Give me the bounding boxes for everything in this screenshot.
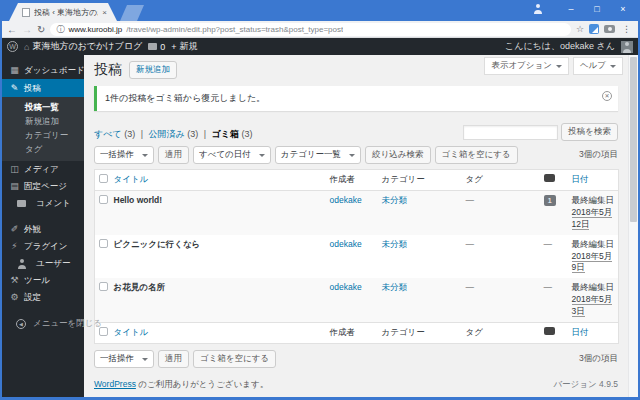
- bookmark-star-icon[interactable]: ☆: [576, 24, 584, 34]
- notice-text: 1件の投稿をゴミ箱から復元しました。: [105, 93, 265, 103]
- column-tags: タグ: [462, 170, 540, 191]
- search-posts-button[interactable]: 投稿を検索: [561, 123, 618, 141]
- wordpress-logo-icon[interactable]: W: [7, 41, 18, 52]
- column-category: カテゴリー: [378, 323, 462, 344]
- column-date[interactable]: 日付: [572, 327, 589, 337]
- post-title: ピクニックに行くなら: [114, 239, 201, 249]
- author-link[interactable]: odekake: [330, 282, 362, 292]
- comment-count-bubble[interactable]: 1: [544, 195, 556, 206]
- author-link[interactable]: odekake: [330, 239, 362, 249]
- comments-bubble-icon: [17, 200, 26, 207]
- filter-all-count: (3): [124, 129, 135, 139]
- maximize-button[interactable]: □: [584, 0, 610, 18]
- column-title[interactable]: タイトル: [114, 327, 149, 337]
- sidebar-label: メニューを閉じる: [33, 315, 102, 332]
- submenu-all-posts[interactable]: 投稿一覧: [2, 100, 84, 114]
- sidebar-item-comments[interactable]: コメント: [2, 195, 84, 212]
- forward-icon[interactable]: →: [22, 22, 32, 37]
- info-icon[interactable]: ⓘ: [56, 24, 64, 35]
- bulk-actions-select[interactable]: 一括操作: [94, 146, 154, 164]
- sidebar-label: 固定ページ: [24, 178, 67, 195]
- sidebar-item-dashboard[interactable]: ▦ ダッシュボード: [2, 62, 84, 79]
- column-title[interactable]: タイトル: [114, 174, 149, 184]
- submenu-categories[interactable]: カテゴリー: [2, 128, 84, 142]
- filter-button[interactable]: 絞り込み検索: [365, 146, 430, 164]
- browser-toolbar: ← → ↻ ⓘ www.kuroobi.jp /travel/wp-admin/…: [2, 21, 638, 38]
- sidebar-item-plugins[interactable]: ⚡ プラグイン: [2, 238, 84, 255]
- dismiss-notice-icon[interactable]: ✕: [602, 91, 612, 101]
- bulk-actions-select[interactable]: 一括操作: [94, 350, 154, 368]
- sidebar-item-media[interactable]: ◫ メディア: [2, 161, 84, 178]
- help-button[interactable]: ヘルプ: [573, 57, 623, 75]
- collapse-arrow-icon: ◀: [16, 319, 26, 329]
- adminbar-comments-link[interactable]: 0: [148, 42, 165, 52]
- tab-close-icon[interactable]: ×: [102, 8, 107, 17]
- table-header-row: タイトル 作成者 カテゴリー タグ 日付: [95, 170, 619, 191]
- sidebar-item-tools[interactable]: ⚒ ツール: [2, 272, 84, 289]
- apply-button[interactable]: 適用: [158, 350, 189, 368]
- browser-menu-icon[interactable]: ⋮: [620, 24, 633, 34]
- sidebar-item-posts[interactable]: ✎ 投稿: [2, 79, 84, 97]
- extension-icon-blue[interactable]: [589, 24, 599, 34]
- user-avatar[interactable]: [621, 41, 633, 53]
- category-filter-select[interactable]: カテゴリー一覧: [275, 146, 361, 164]
- date-label: 最終編集日: [572, 195, 615, 207]
- author-link[interactable]: odekake: [330, 195, 362, 205]
- filter-published-link[interactable]: 公開済み: [149, 129, 185, 139]
- reload-icon[interactable]: ↻: [37, 22, 45, 37]
- back-icon[interactable]: ←: [7, 22, 17, 37]
- minimize-button[interactable]: –: [558, 0, 584, 18]
- tags-value: —: [466, 239, 475, 249]
- submenu-tags[interactable]: タグ: [2, 142, 84, 156]
- scrollbar-thumb[interactable]: [630, 57, 637, 222]
- date-value: 2018年5月3日: [572, 294, 613, 317]
- category-link[interactable]: 未分類: [382, 282, 408, 292]
- adminbar-new-link[interactable]: + 新規: [171, 40, 197, 53]
- screen-options-button[interactable]: 表示オプション: [484, 57, 569, 75]
- apply-button[interactable]: 適用: [158, 146, 189, 164]
- sidebar-item-pages[interactable]: ▤ 固定ページ: [2, 178, 84, 195]
- date-filter-label: すべての日付: [199, 149, 251, 161]
- row-checkbox[interactable]: [99, 195, 108, 204]
- date-filter-select[interactable]: すべての日付: [193, 146, 271, 164]
- chevron-down-icon: [259, 154, 265, 160]
- add-new-button[interactable]: 新規追加: [129, 61, 177, 79]
- sidebar-item-settings[interactable]: ⚙ 設定: [2, 289, 84, 306]
- pages-icon: ▤: [9, 178, 20, 195]
- adminbar-greeting[interactable]: こんにちは、odekake さん: [505, 40, 615, 53]
- browser-tab[interactable]: 投稿 ‹ 東海地方のおでかけ ×: [9, 3, 117, 21]
- adminbar-site-link[interactable]: ⌂ 東海地方のおでかけブログ: [24, 40, 142, 53]
- empty-trash-button[interactable]: ゴミ箱を空にする: [193, 350, 276, 368]
- filter-all-link[interactable]: すべて: [94, 129, 122, 139]
- new-tab-button[interactable]: [120, 5, 144, 21]
- wordpress-link[interactable]: WordPress: [94, 379, 136, 389]
- users-person-icon: [17, 259, 26, 269]
- search-input[interactable]: [463, 125, 558, 140]
- plugins-icon: ⚡: [9, 238, 20, 255]
- close-button[interactable]: ×: [610, 0, 636, 18]
- page-scrollbar[interactable]: [628, 55, 638, 397]
- posts-pin-icon: ✎: [9, 80, 20, 97]
- row-checkbox[interactable]: [99, 282, 108, 291]
- extension-icon-camera[interactable]: [604, 25, 615, 33]
- submenu-new-post[interactable]: 新規追加: [2, 114, 84, 128]
- address-bar[interactable]: ⓘ www.kuroobi.jp /travel/wp-admin/edit.p…: [50, 23, 571, 36]
- sidebar-item-users[interactable]: ユーザー: [2, 255, 84, 272]
- home-icon: ⌂: [24, 42, 29, 52]
- sidebar-collapse-menu[interactable]: ◀ メニューを閉じる: [2, 315, 84, 332]
- empty-trash-button[interactable]: ゴミ箱を空にする: [435, 146, 518, 164]
- row-checkbox[interactable]: [99, 239, 108, 248]
- sidebar-item-appearance[interactable]: ✐ 外観: [2, 221, 84, 238]
- url-path: /travel/wp-admin/edit.php?post_status=tr…: [126, 25, 343, 34]
- category-link[interactable]: 未分類: [382, 239, 408, 249]
- filter-trash-current[interactable]: ゴミ箱: [212, 129, 239, 139]
- bulk-actions-label: 一括操作: [100, 149, 134, 161]
- column-date[interactable]: 日付: [572, 174, 589, 184]
- comment-bubble-icon: [148, 43, 157, 50]
- select-all-checkbox[interactable]: [99, 174, 108, 183]
- item-count: 3個の項目: [579, 149, 618, 161]
- sidebar-label: コメント: [36, 195, 71, 212]
- settings-gear-icon: ⚙: [9, 289, 20, 306]
- category-link[interactable]: 未分類: [382, 195, 408, 205]
- profile-icon[interactable]: [532, 3, 544, 15]
